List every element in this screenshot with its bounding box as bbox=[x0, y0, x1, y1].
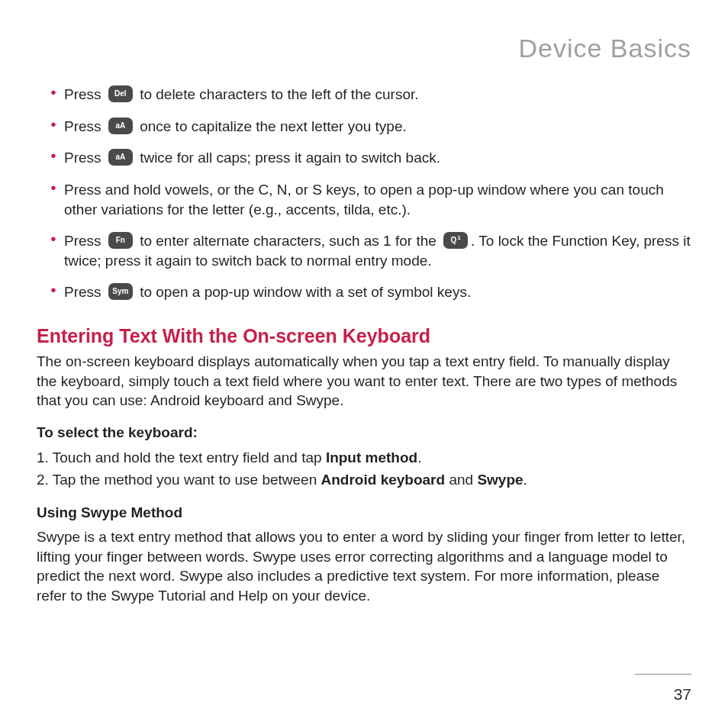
text-pre: Press bbox=[64, 233, 105, 249]
text-pre: Press bbox=[64, 118, 105, 134]
shift-key-icon: aA bbox=[108, 149, 133, 166]
text-mid: to enter alternate characters, such as 1… bbox=[136, 233, 440, 249]
page-number: 37 bbox=[674, 685, 691, 704]
section-intro: The on-screen keyboard displays automati… bbox=[37, 352, 691, 411]
section-heading: Entering Text With the On-screen Keyboar… bbox=[37, 325, 691, 347]
bullet-item-del: Press Del to delete characters to the le… bbox=[37, 85, 691, 105]
step-bold: Input method bbox=[326, 449, 417, 465]
text-full: Press and hold vowels, or the C, N, or S… bbox=[64, 182, 664, 217]
page-title: Device Basics bbox=[37, 34, 691, 63]
select-keyboard-heading: To select the keyboard: bbox=[37, 424, 691, 441]
step-1: 1. Touch and hold the text entry field a… bbox=[37, 447, 691, 469]
bullet-list: Press Del to delete characters to the le… bbox=[37, 85, 691, 302]
step-post: . bbox=[417, 449, 421, 465]
sym-key-icon: Sym bbox=[108, 283, 133, 300]
bullet-item-caps-twice: Press aA twice for all caps; press it ag… bbox=[37, 148, 691, 168]
bullet-item-vowels: Press and hold vowels, or the C, N, or S… bbox=[37, 180, 691, 219]
shift-key-icon: aA bbox=[108, 118, 133, 134]
q1-key-icon: Q1 bbox=[443, 232, 468, 249]
bullet-item-caps-once: Press aA once to capitalize the next let… bbox=[37, 117, 691, 137]
steps-list: 1. Touch and hold the text entry field a… bbox=[37, 447, 691, 491]
text-post: once to capitalize the next letter you t… bbox=[136, 118, 407, 134]
swype-heading: Using Swype Method bbox=[37, 504, 691, 521]
step-num: 2. bbox=[37, 472, 49, 488]
fn-key-icon: Fn bbox=[108, 232, 133, 249]
text-post: to delete characters to the left of the … bbox=[136, 86, 419, 102]
step-bold2: Swype bbox=[477, 472, 523, 488]
text-post: to open a pop-up window with a set of sy… bbox=[136, 284, 471, 300]
step-pre: Touch and hold the text entry field and … bbox=[49, 449, 326, 465]
bullet-item-sym: Press Sym to open a pop-up window with a… bbox=[37, 282, 691, 302]
bullet-item-fn: Press Fn to enter alternate characters, … bbox=[37, 231, 691, 270]
text-pre: Press bbox=[64, 150, 105, 166]
step-pre: Tap the method you want to use between bbox=[49, 472, 321, 488]
text-pre: Press bbox=[64, 284, 105, 300]
key-1-label: 1 bbox=[457, 235, 460, 241]
key-q-label: Q bbox=[450, 237, 456, 244]
footer-rule bbox=[635, 674, 691, 675]
step-num: 1. bbox=[37, 449, 49, 465]
step-2: 2. Tap the method you want to use betwee… bbox=[37, 469, 691, 491]
swype-body: Swype is a text entry method that allows… bbox=[37, 527, 691, 606]
step-post: . bbox=[523, 472, 527, 488]
text-pre: Press bbox=[64, 86, 105, 102]
text-post: twice for all caps; press it again to sw… bbox=[136, 150, 440, 166]
del-key-icon: Del bbox=[108, 85, 133, 102]
step-bold1: Android keyboard bbox=[321, 472, 446, 488]
manual-page: Device Basics Press Del to delete charac… bbox=[0, 0, 728, 728]
step-mid: and bbox=[445, 472, 477, 488]
